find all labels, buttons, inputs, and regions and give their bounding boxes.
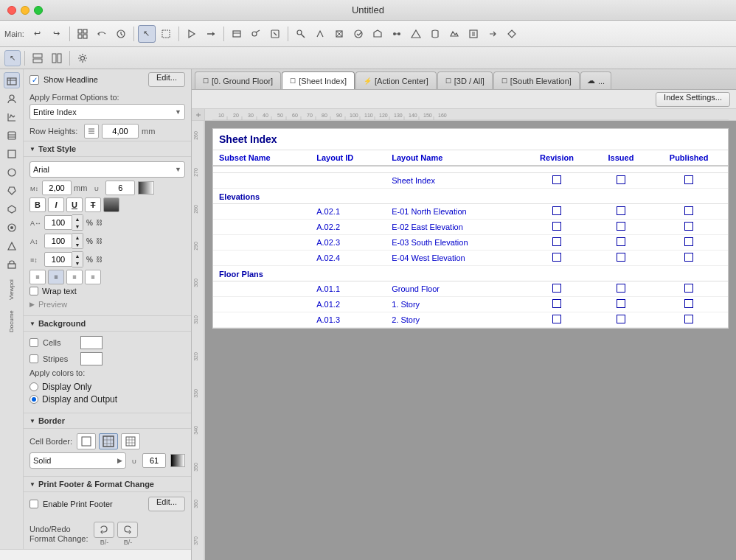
text-color-btn[interactable]	[103, 197, 119, 212]
sidebar-icon-8[interactable]	[4, 201, 20, 217]
wrap-text-checkbox[interactable]	[29, 287, 38, 295]
toolbar-btn-13[interactable]	[350, 25, 367, 43]
pct-h-arrows[interactable]: ▲ ▼	[72, 214, 83, 231]
footer-edit-button[interactable]: Edit...	[148, 497, 185, 511]
pct-v-arrows[interactable]: ▲ ▼	[72, 233, 83, 249]
sidebar-icon-5[interactable]	[4, 146, 20, 162]
checkbox-published[interactable]	[684, 299, 693, 308]
radio-display-output-row[interactable]: Display and Output	[29, 394, 185, 405]
minimize-button[interactable]	[21, 6, 29, 15]
checkbox-published[interactable]	[684, 175, 693, 184]
checkbox-revision[interactable]	[552, 175, 561, 184]
settings-icon[interactable]	[74, 49, 91, 67]
toolbar-btn-3[interactable]	[112, 25, 130, 43]
radio-display-only[interactable]	[29, 382, 38, 391]
radio-display-only-row[interactable]: Display Only	[29, 382, 185, 392]
col-revision[interactable]: Revision	[521, 150, 591, 166]
underline-button[interactable]: U	[66, 197, 83, 212]
footer-header[interactable]: ▼ Print Footer & Format Change	[24, 476, 191, 492]
toolbar-btn-16[interactable]	[407, 25, 425, 43]
toolbar-btn-1[interactable]	[74, 25, 91, 43]
background-header[interactable]: ▼ Background	[24, 315, 191, 332]
pct-h-input[interactable]: 100	[44, 215, 72, 230]
col-issued[interactable]: Issued	[592, 150, 650, 166]
text-style-header[interactable]: ▼ Text Style	[24, 141, 191, 157]
sidebar-icon-4[interactable]	[4, 127, 20, 144]
tab-action-center[interactable]: ⚡ [Action Center]	[355, 71, 437, 89]
checkbox-published[interactable]	[684, 222, 693, 231]
view-toggle-1[interactable]	[29, 49, 46, 67]
main-content[interactable]: Sheet Index Subset Name Layout ID Layout…	[205, 121, 736, 560]
italic-button[interactable]: I	[48, 197, 64, 212]
checkbox-revision[interactable]	[552, 237, 561, 246]
border-btn-3[interactable]	[121, 433, 140, 449]
pct-s-input[interactable]: 100	[44, 252, 72, 267]
preview-row[interactable]: ▶ Preview	[29, 298, 185, 311]
margin-input[interactable]: 2,00	[42, 181, 72, 195]
border-weight-input[interactable]: 61	[142, 453, 166, 468]
strikethrough-button[interactable]: T	[85, 197, 101, 212]
pct-v-input[interactable]: 100	[44, 234, 72, 248]
sidebar-icon-7[interactable]	[4, 183, 20, 199]
checkbox-issued[interactable]	[617, 253, 625, 262]
pct-h-down[interactable]: ▼	[72, 223, 83, 230]
align-right-button[interactable]: ≡	[66, 270, 83, 284]
checkbox-published[interactable]	[684, 253, 693, 262]
maximize-button[interactable]	[34, 6, 43, 15]
pct-v-up[interactable]: ▲	[72, 234, 83, 241]
show-headline-checkbox[interactable]: ✓	[29, 75, 39, 85]
align-left-button[interactable]: ≡	[29, 270, 46, 284]
cells-checkbox[interactable]	[29, 338, 38, 347]
sidebar-icon-3[interactable]	[4, 109, 20, 125]
checkbox-revision[interactable]	[552, 315, 561, 323]
headline-edit-button[interactable]: Edit...	[148, 72, 185, 87]
tab-3d-all[interactable]: ☐ [3D / All]	[437, 71, 493, 89]
radio-display-output[interactable]	[29, 395, 38, 404]
tab-ground-floor[interactable]: ☐ [0. Ground Floor]	[195, 71, 281, 89]
toolbar-btn-12[interactable]	[330, 25, 348, 43]
checkbox-published[interactable]	[684, 284, 693, 293]
col-subset-name[interactable]: Subset Name	[213, 150, 310, 166]
checkbox-issued[interactable]	[617, 284, 625, 293]
toolbar-btn-17[interactable]	[426, 25, 444, 43]
enable-footer-checkbox[interactable]	[29, 500, 38, 508]
toolbar-btn-14[interactable]	[369, 25, 386, 43]
sidebar-icon-2[interactable]	[4, 91, 20, 107]
pointer-tool[interactable]: ↖	[138, 25, 156, 43]
toolbar-btn-6[interactable]	[202, 25, 220, 43]
toolbar-btn-21[interactable]	[503, 25, 521, 43]
bold-button[interactable]: B	[29, 197, 46, 212]
line-style-select[interactable]: Solid ▶	[29, 452, 126, 469]
toolbar-btn-7[interactable]	[228, 25, 246, 43]
checkbox-issued[interactable]	[617, 315, 625, 323]
undo-button[interactable]: ↩	[29, 25, 46, 43]
pct-s-arrows[interactable]: ▲ ▼	[72, 251, 83, 267]
toolbar-btn-2[interactable]	[93, 25, 111, 43]
checkbox-published[interactable]	[684, 315, 693, 323]
toolbar-btn-9[interactable]	[266, 25, 284, 43]
align-justify-button[interactable]: ≡	[85, 270, 101, 284]
font-select[interactable]: Arial ▼	[29, 161, 185, 178]
checkbox-issued[interactable]	[617, 222, 625, 231]
sidebar-icon-6[interactable]	[4, 164, 20, 181]
checkbox-issued[interactable]	[617, 175, 625, 184]
pct-s-down[interactable]: ▼	[72, 259, 83, 267]
pct-s-lock[interactable]: ⛓	[96, 256, 103, 263]
redo-format-button[interactable]	[117, 522, 138, 538]
tab-south-elevation[interactable]: ☐ [South Elevation]	[493, 71, 580, 89]
checkbox-revision[interactable]	[552, 222, 561, 231]
border-header[interactable]: ▼ Border	[24, 413, 191, 429]
toolbar-btn-18[interactable]	[445, 25, 463, 43]
align-center-button[interactable]: ≡	[48, 270, 64, 284]
pct-s-up[interactable]: ▲	[72, 252, 83, 259]
row-height-icon[interactable]	[84, 124, 99, 139]
border-btn-2[interactable]	[99, 433, 118, 449]
checkbox-issued[interactable]	[617, 237, 625, 246]
pct-v-lock[interactable]: ⛓	[96, 237, 103, 245]
toolbar-btn-20[interactable]	[484, 25, 501, 43]
stripes-checkbox[interactable]	[29, 354, 38, 363]
view-toggle-2[interactable]	[48, 49, 66, 67]
pointer-tool-2[interactable]: ↖	[4, 50, 21, 66]
pct-h-up[interactable]: ▲	[72, 215, 83, 223]
checkbox-issued[interactable]	[617, 206, 625, 215]
